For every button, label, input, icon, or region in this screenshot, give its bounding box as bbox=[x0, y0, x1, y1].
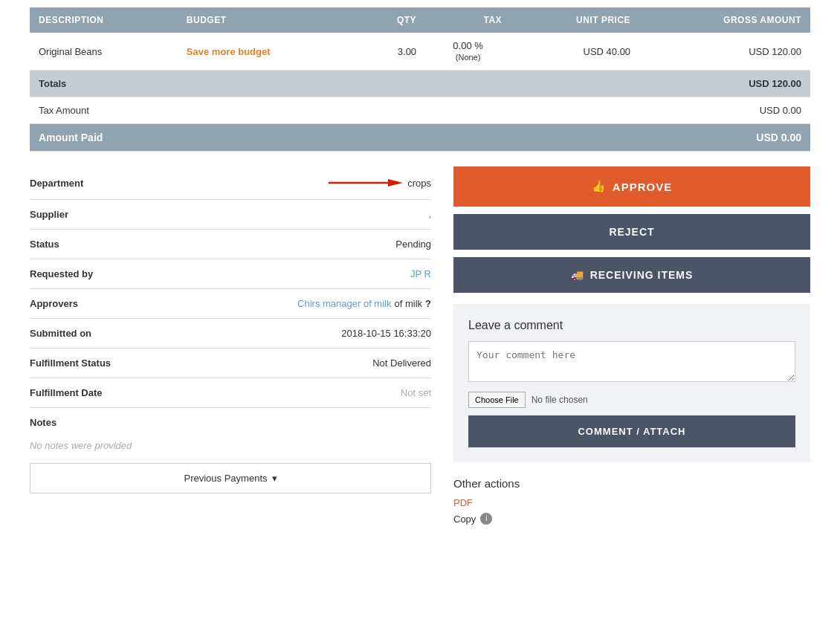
red-arrow-icon bbox=[329, 175, 403, 190]
submitted-on-row: Submitted on 2018-10-15 16:33:20 bbox=[30, 319, 431, 349]
submitted-on-label: Submitted on bbox=[30, 328, 91, 339]
tax-label: Tax Amount bbox=[30, 97, 178, 124]
receiving-label: RECEIVING ITEMS bbox=[590, 269, 694, 281]
fulfillment-date-label: Fulfillment Date bbox=[30, 387, 103, 398]
supplier-label: Supplier bbox=[30, 209, 68, 220]
choose-file-button[interactable]: Choose File bbox=[468, 392, 526, 408]
row-description: Original Beans bbox=[30, 33, 178, 71]
previous-payments-label: Previous Payments bbox=[184, 473, 268, 484]
other-actions: Other actions PDF Copy i bbox=[453, 477, 810, 525]
approve-button[interactable]: 👍 APPROVE bbox=[453, 166, 810, 207]
row-qty: 3.00 bbox=[359, 33, 425, 71]
info-panel: Department crops Supplier . Status Pendi… bbox=[30, 166, 431, 525]
col-budget: BUDGET bbox=[178, 7, 359, 33]
department-value: crops bbox=[407, 178, 431, 189]
status-row: Status Pending bbox=[30, 230, 431, 259]
col-qty: QTY bbox=[359, 7, 425, 33]
amount-paid-label: Amount Paid bbox=[30, 124, 178, 152]
reject-button[interactable]: REJECT bbox=[453, 214, 810, 250]
supplier-value: . bbox=[428, 209, 431, 220]
status-value: Pending bbox=[395, 239, 431, 250]
approve-icon: 👍 bbox=[592, 180, 607, 193]
svg-marker-1 bbox=[388, 179, 403, 187]
pdf-link[interactable]: PDF bbox=[453, 497, 810, 508]
amount-paid-amount: USD 0.00 bbox=[639, 124, 810, 152]
requested-by-value[interactable]: JP R bbox=[410, 268, 431, 279]
notes-value: No notes were provided bbox=[30, 440, 431, 451]
reject-label: REJECT bbox=[609, 226, 654, 238]
copy-label[interactable]: Copy bbox=[453, 514, 476, 525]
tax-amount: USD 0.00 bbox=[639, 97, 810, 124]
tax-row: Tax Amount USD 0.00 bbox=[30, 97, 810, 124]
chevron-down-icon: ▾ bbox=[272, 473, 277, 484]
status-label: Status bbox=[30, 239, 59, 250]
info-icon: i bbox=[480, 513, 492, 525]
comment-title: Leave a comment bbox=[468, 319, 795, 332]
comment-attach-button[interactable]: COMMENT / ATTACH bbox=[468, 415, 795, 447]
fulfillment-status-label: Fulfillment Status bbox=[30, 357, 111, 369]
fulfillment-date-value: Not set bbox=[401, 387, 431, 398]
no-file-text: No file chosen bbox=[532, 395, 588, 405]
comment-textarea[interactable] bbox=[468, 341, 795, 382]
col-unit-price: UNIT PRICE bbox=[511, 7, 639, 33]
receiving-icon: 🚚 bbox=[571, 269, 584, 281]
fulfillment-status-row: Fulfillment Status Not Delivered bbox=[30, 349, 431, 378]
fulfillment-date-row: Fulfillment Date Not set bbox=[30, 378, 431, 408]
submitted-on-value: 2018-10-15 16:33:20 bbox=[341, 328, 431, 339]
approve-label: APPROVE bbox=[613, 181, 672, 193]
requested-by-row: Requested by JP R bbox=[30, 259, 431, 289]
approvers-help[interactable]: ? bbox=[425, 298, 431, 309]
notes-label: Notes bbox=[30, 417, 56, 428]
receiving-items-button[interactable]: 🚚 RECEIVING ITEMS bbox=[453, 257, 810, 293]
row-gross-amount: USD 120.00 bbox=[639, 33, 810, 71]
totals-row: Totals USD 120.00 bbox=[30, 71, 810, 97]
totals-label: Totals bbox=[30, 71, 178, 97]
previous-payments-button[interactable]: Previous Payments ▾ bbox=[30, 463, 431, 493]
approvers-row: Approvers Chirs manager of milk of milk … bbox=[30, 289, 431, 319]
col-gross-amount: GROSS AMOUNT bbox=[639, 7, 810, 33]
department-label: Department bbox=[30, 178, 83, 189]
table-row: Original Beans Save more budget 3.00 0.0… bbox=[30, 33, 810, 71]
col-tax: TAX bbox=[425, 7, 511, 33]
supplier-row: Supplier . bbox=[30, 200, 431, 230]
department-row: Department crops bbox=[30, 166, 431, 200]
action-panel: 👍 APPROVE REJECT 🚚 RECEIVING ITEMS Leave… bbox=[453, 166, 810, 525]
requested-by-label: Requested by bbox=[30, 268, 93, 279]
approvers-label: Approvers bbox=[30, 298, 78, 309]
invoice-table: DESCRIPTION BUDGET QTY TAX UNIT PRICE GR… bbox=[30, 7, 810, 152]
file-row: Choose File No file chosen bbox=[468, 392, 795, 408]
amount-paid-row: Amount Paid USD 0.00 bbox=[30, 124, 810, 152]
col-description: DESCRIPTION bbox=[30, 7, 178, 33]
row-tax: 0.00 %(None) bbox=[425, 33, 511, 71]
approvers-value[interactable]: Chirs manager of milk bbox=[297, 298, 391, 309]
notes-row: Notes bbox=[30, 408, 431, 437]
fulfillment-status-value: Not Delivered bbox=[372, 357, 431, 369]
row-budget[interactable]: Save more budget bbox=[178, 33, 359, 71]
comment-section: Leave a comment Choose File No file chos… bbox=[453, 304, 810, 462]
totals-amount: USD 120.00 bbox=[639, 71, 810, 97]
row-unit-price: USD 40.00 bbox=[511, 33, 639, 71]
copy-row: Copy i bbox=[453, 513, 810, 525]
other-actions-title: Other actions bbox=[453, 477, 810, 490]
